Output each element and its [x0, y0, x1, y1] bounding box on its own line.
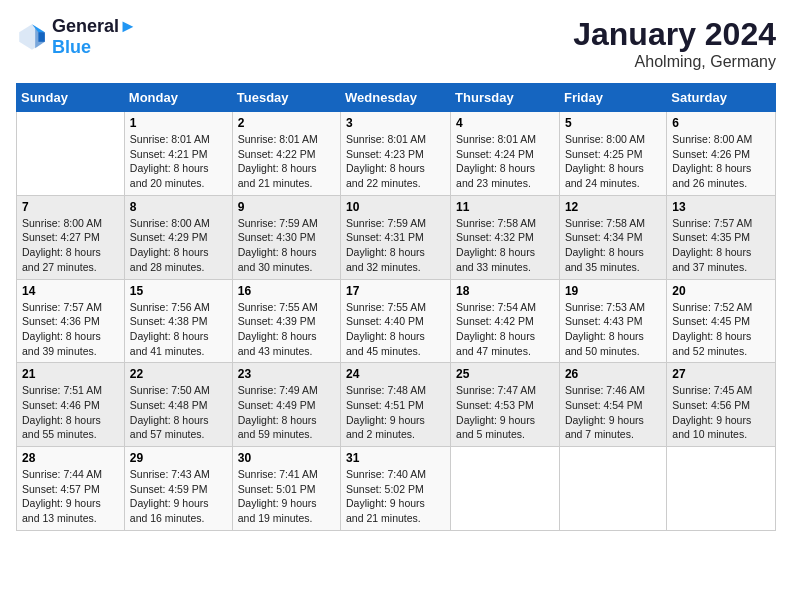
day-cell: 14Sunrise: 7:57 AMSunset: 4:36 PMDayligh…	[17, 279, 125, 363]
cell-info: Sunrise: 7:58 AMSunset: 4:32 PMDaylight:…	[456, 216, 554, 275]
day-cell: 6Sunrise: 8:00 AMSunset: 4:26 PMDaylight…	[667, 112, 776, 196]
cell-info: Sunrise: 7:57 AMSunset: 4:35 PMDaylight:…	[672, 216, 770, 275]
day-number: 15	[130, 284, 227, 298]
day-number: 24	[346, 367, 445, 381]
header-row: SundayMondayTuesdayWednesdayThursdayFrid…	[17, 84, 776, 112]
day-number: 22	[130, 367, 227, 381]
day-cell: 26Sunrise: 7:46 AMSunset: 4:54 PMDayligh…	[559, 363, 666, 447]
cell-info: Sunrise: 8:01 AMSunset: 4:21 PMDaylight:…	[130, 132, 227, 191]
cell-info: Sunrise: 7:53 AMSunset: 4:43 PMDaylight:…	[565, 300, 661, 359]
title-block: January 2024 Aholming, Germany	[573, 16, 776, 71]
cell-info: Sunrise: 7:41 AMSunset: 5:01 PMDaylight:…	[238, 467, 335, 526]
day-cell: 13Sunrise: 7:57 AMSunset: 4:35 PMDayligh…	[667, 195, 776, 279]
cell-info: Sunrise: 7:51 AMSunset: 4:46 PMDaylight:…	[22, 383, 119, 442]
day-cell	[451, 447, 560, 531]
cell-info: Sunrise: 7:46 AMSunset: 4:54 PMDaylight:…	[565, 383, 661, 442]
cell-info: Sunrise: 8:01 AMSunset: 4:23 PMDaylight:…	[346, 132, 445, 191]
logo: General► Blue	[16, 16, 137, 58]
day-cell: 29Sunrise: 7:43 AMSunset: 4:59 PMDayligh…	[124, 447, 232, 531]
day-cell: 24Sunrise: 7:48 AMSunset: 4:51 PMDayligh…	[341, 363, 451, 447]
day-cell: 25Sunrise: 7:47 AMSunset: 4:53 PMDayligh…	[451, 363, 560, 447]
day-cell: 11Sunrise: 7:58 AMSunset: 4:32 PMDayligh…	[451, 195, 560, 279]
week-row-3: 14Sunrise: 7:57 AMSunset: 4:36 PMDayligh…	[17, 279, 776, 363]
header-cell-tuesday: Tuesday	[232, 84, 340, 112]
day-cell: 1Sunrise: 8:01 AMSunset: 4:21 PMDaylight…	[124, 112, 232, 196]
day-cell: 18Sunrise: 7:54 AMSunset: 4:42 PMDayligh…	[451, 279, 560, 363]
day-cell: 10Sunrise: 7:59 AMSunset: 4:31 PMDayligh…	[341, 195, 451, 279]
week-row-4: 21Sunrise: 7:51 AMSunset: 4:46 PMDayligh…	[17, 363, 776, 447]
header-cell-saturday: Saturday	[667, 84, 776, 112]
cell-info: Sunrise: 7:55 AMSunset: 4:39 PMDaylight:…	[238, 300, 335, 359]
day-cell: 19Sunrise: 7:53 AMSunset: 4:43 PMDayligh…	[559, 279, 666, 363]
cell-info: Sunrise: 7:49 AMSunset: 4:49 PMDaylight:…	[238, 383, 335, 442]
day-cell: 28Sunrise: 7:44 AMSunset: 4:57 PMDayligh…	[17, 447, 125, 531]
day-number: 7	[22, 200, 119, 214]
day-number: 13	[672, 200, 770, 214]
cell-info: Sunrise: 7:40 AMSunset: 5:02 PMDaylight:…	[346, 467, 445, 526]
day-number: 30	[238, 451, 335, 465]
cell-info: Sunrise: 7:55 AMSunset: 4:40 PMDaylight:…	[346, 300, 445, 359]
header-cell-thursday: Thursday	[451, 84, 560, 112]
cell-info: Sunrise: 7:48 AMSunset: 4:51 PMDaylight:…	[346, 383, 445, 442]
cell-info: Sunrise: 7:58 AMSunset: 4:34 PMDaylight:…	[565, 216, 661, 275]
day-cell: 5Sunrise: 8:00 AMSunset: 4:25 PMDaylight…	[559, 112, 666, 196]
day-number: 25	[456, 367, 554, 381]
calendar-subtitle: Aholming, Germany	[573, 53, 776, 71]
day-cell: 4Sunrise: 8:01 AMSunset: 4:24 PMDaylight…	[451, 112, 560, 196]
week-row-2: 7Sunrise: 8:00 AMSunset: 4:27 PMDaylight…	[17, 195, 776, 279]
cell-info: Sunrise: 7:44 AMSunset: 4:57 PMDaylight:…	[22, 467, 119, 526]
week-row-1: 1Sunrise: 8:01 AMSunset: 4:21 PMDaylight…	[17, 112, 776, 196]
header-cell-friday: Friday	[559, 84, 666, 112]
day-cell: 20Sunrise: 7:52 AMSunset: 4:45 PMDayligh…	[667, 279, 776, 363]
svg-marker-3	[38, 32, 44, 42]
day-cell: 22Sunrise: 7:50 AMSunset: 4:48 PMDayligh…	[124, 363, 232, 447]
day-cell	[559, 447, 666, 531]
day-number: 3	[346, 116, 445, 130]
cell-info: Sunrise: 8:00 AMSunset: 4:27 PMDaylight:…	[22, 216, 119, 275]
week-row-5: 28Sunrise: 7:44 AMSunset: 4:57 PMDayligh…	[17, 447, 776, 531]
cell-info: Sunrise: 8:00 AMSunset: 4:25 PMDaylight:…	[565, 132, 661, 191]
day-number: 29	[130, 451, 227, 465]
day-cell: 9Sunrise: 7:59 AMSunset: 4:30 PMDaylight…	[232, 195, 340, 279]
day-number: 5	[565, 116, 661, 130]
day-number: 9	[238, 200, 335, 214]
day-number: 2	[238, 116, 335, 130]
day-number: 16	[238, 284, 335, 298]
cell-info: Sunrise: 8:00 AMSunset: 4:29 PMDaylight:…	[130, 216, 227, 275]
day-number: 17	[346, 284, 445, 298]
day-cell: 15Sunrise: 7:56 AMSunset: 4:38 PMDayligh…	[124, 279, 232, 363]
day-number: 21	[22, 367, 119, 381]
day-number: 4	[456, 116, 554, 130]
header-cell-wednesday: Wednesday	[341, 84, 451, 112]
day-number: 1	[130, 116, 227, 130]
logo-icon	[16, 21, 48, 53]
header-cell-sunday: Sunday	[17, 84, 125, 112]
day-number: 19	[565, 284, 661, 298]
day-cell: 30Sunrise: 7:41 AMSunset: 5:01 PMDayligh…	[232, 447, 340, 531]
cell-info: Sunrise: 8:00 AMSunset: 4:26 PMDaylight:…	[672, 132, 770, 191]
header-cell-monday: Monday	[124, 84, 232, 112]
day-cell: 7Sunrise: 8:00 AMSunset: 4:27 PMDaylight…	[17, 195, 125, 279]
day-number: 26	[565, 367, 661, 381]
day-number: 12	[565, 200, 661, 214]
cell-info: Sunrise: 7:59 AMSunset: 4:30 PMDaylight:…	[238, 216, 335, 275]
cell-info: Sunrise: 7:57 AMSunset: 4:36 PMDaylight:…	[22, 300, 119, 359]
day-cell: 17Sunrise: 7:55 AMSunset: 4:40 PMDayligh…	[341, 279, 451, 363]
cell-info: Sunrise: 7:59 AMSunset: 4:31 PMDaylight:…	[346, 216, 445, 275]
cell-info: Sunrise: 7:54 AMSunset: 4:42 PMDaylight:…	[456, 300, 554, 359]
logo-text: General► Blue	[52, 16, 137, 58]
day-number: 18	[456, 284, 554, 298]
day-cell: 31Sunrise: 7:40 AMSunset: 5:02 PMDayligh…	[341, 447, 451, 531]
cell-info: Sunrise: 7:43 AMSunset: 4:59 PMDaylight:…	[130, 467, 227, 526]
day-cell: 12Sunrise: 7:58 AMSunset: 4:34 PMDayligh…	[559, 195, 666, 279]
day-cell: 16Sunrise: 7:55 AMSunset: 4:39 PMDayligh…	[232, 279, 340, 363]
day-cell: 23Sunrise: 7:49 AMSunset: 4:49 PMDayligh…	[232, 363, 340, 447]
calendar-title: January 2024	[573, 16, 776, 53]
cell-info: Sunrise: 7:47 AMSunset: 4:53 PMDaylight:…	[456, 383, 554, 442]
day-number: 20	[672, 284, 770, 298]
day-cell	[667, 447, 776, 531]
cell-info: Sunrise: 8:01 AMSunset: 4:24 PMDaylight:…	[456, 132, 554, 191]
day-cell	[17, 112, 125, 196]
day-cell: 2Sunrise: 8:01 AMSunset: 4:22 PMDaylight…	[232, 112, 340, 196]
day-number: 31	[346, 451, 445, 465]
